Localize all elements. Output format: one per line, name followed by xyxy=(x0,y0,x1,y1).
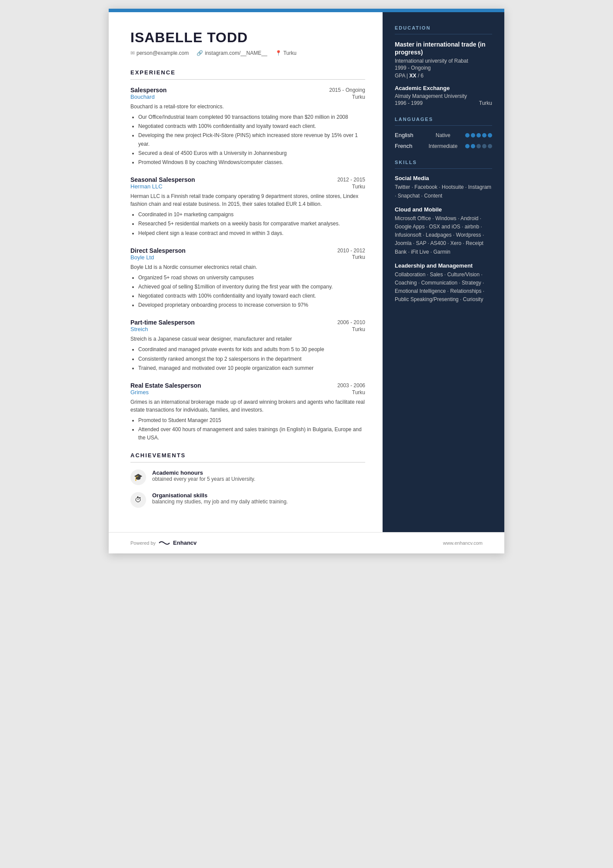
job-company-row-4: Streich Turku xyxy=(130,326,365,332)
skill-category-3: Leadership and Management Collaboration … xyxy=(395,262,492,304)
job-desc-1: Bouchard is a retail-store for electroni… xyxy=(130,103,365,111)
enhancv-logo-icon xyxy=(158,540,170,546)
education-section-title: EDUCATION xyxy=(395,25,492,30)
right-column: EDUCATION Master in international trade … xyxy=(383,12,504,532)
edu-gpa-1: GPA | XX / 6 xyxy=(395,73,492,79)
job-header-2: Seasonal Salesperson 2012 - 2015 xyxy=(130,176,365,183)
skill-cat-title-1: Social Media xyxy=(395,175,492,181)
lang-level-2: Intermediate xyxy=(421,143,465,149)
skill-category-2: Cloud and Mobile Microsoft Office · Wind… xyxy=(395,206,492,256)
job-location-3: Turku xyxy=(352,254,365,260)
skill-tags-2: Microsoft Office · Windows · Android · G… xyxy=(395,214,492,256)
job-header-5: Real Estate Salesperson 2003 - 2006 xyxy=(130,382,365,389)
job-company-4: Streich xyxy=(130,326,148,332)
header-section: ISABELLE TODD ✉ person@example.com 🔗 ins… xyxy=(130,30,365,56)
dot xyxy=(465,133,470,137)
achievement-title-1: Academic honours xyxy=(152,469,255,476)
job-location-4: Turku xyxy=(352,326,365,332)
dot xyxy=(465,144,470,148)
instagram-value: instagram.com/__NAME__ xyxy=(205,50,267,56)
job-block-3: Direct Salesperson 2010 - 2012 Boyle Ltd… xyxy=(130,247,365,310)
job-dates-4: 2006 - 2010 xyxy=(337,319,365,325)
job-bullets-2: Coordinated in 10+ marketing campaigns R… xyxy=(130,211,365,238)
location-contact: 📍 Turku xyxy=(275,50,297,56)
job-dates-3: 2010 - 2012 xyxy=(337,248,365,254)
bullet-item: Researched 5+ residential markets on a w… xyxy=(138,220,365,228)
footer-bar: Powered by Enhancv www.enhancv.com xyxy=(109,532,504,553)
email-contact: ✉ person@example.com xyxy=(130,50,189,56)
bullet-item: Coordinated and managed private events f… xyxy=(138,345,365,354)
dot xyxy=(471,133,475,137)
achievement-content-2: Organisational skills balancing my studi… xyxy=(152,492,288,505)
job-desc-2: Herman LLC is a Finnish retail trade com… xyxy=(130,192,365,208)
job-title-5: Real Estate Salesperson xyxy=(130,382,201,389)
achievement-icon-2: ⏱ xyxy=(130,492,146,508)
bullet-item: Promoted Windows 8 by coaching Windows/c… xyxy=(138,158,365,167)
skills-section-title: SKILLS xyxy=(395,160,492,165)
bullet-item: Developing the new project Pick-IN-Store… xyxy=(138,131,365,148)
job-dates-5: 2003 - 2006 xyxy=(337,382,365,389)
achievement-desc-2: balancing my studies, my job and my dail… xyxy=(152,499,288,505)
bullet-item: Developed proprietary onboarding process… xyxy=(138,301,365,309)
job-desc-4: Streich is a Japanese casual wear design… xyxy=(130,335,365,343)
job-title-2: Seasonal Salesperson xyxy=(130,176,195,183)
job-company-3: Boyle Ltd xyxy=(130,254,154,261)
skill-cat-title-3: Leadership and Management xyxy=(395,262,492,269)
job-title-4: Part-time Salesperson xyxy=(130,319,195,326)
left-column: ISABELLE TODD ✉ person@example.com 🔗 ins… xyxy=(109,12,383,532)
contact-row: ✉ person@example.com 🔗 instagram.com/__N… xyxy=(130,50,365,56)
language-row-2: French Intermediate xyxy=(395,143,492,149)
achievements-divider xyxy=(130,462,365,462)
lang-dots-2 xyxy=(465,144,492,148)
resume-body: ISABELLE TODD ✉ person@example.com 🔗 ins… xyxy=(109,12,504,532)
edu-degree-1: Master in international trade (in progre… xyxy=(395,40,492,56)
job-block-5: Real Estate Salesperson 2003 - 2006 Grim… xyxy=(130,382,365,442)
job-dates-2: 2012 - 2015 xyxy=(337,177,365,183)
website-url: www.enhancv.com xyxy=(443,540,483,546)
bullet-item: Promoted to Student Manager 2015 xyxy=(138,416,365,425)
job-title-1: Salesperson xyxy=(130,87,167,94)
job-dates-1: 2015 - Ongoing xyxy=(329,87,365,93)
bullet-item: Coordinated in 10+ marketing campaigns xyxy=(138,211,365,219)
lang-name-1: English xyxy=(395,132,421,138)
achievements-section-title: ACHIEVEMENTS xyxy=(130,452,365,459)
powered-by: Powered by Enhancv xyxy=(130,540,197,546)
job-company-row-2: Herman LLC Turku xyxy=(130,183,365,190)
resume-wrapper: ISABELLE TODD ✉ person@example.com 🔗 ins… xyxy=(109,9,504,553)
achievement-title-2: Organisational skills xyxy=(152,492,288,499)
job-bullets-4: Coordinated and managed private events f… xyxy=(130,345,365,372)
dot xyxy=(482,133,486,137)
bullet-item: Negotiated contracts with 100% confident… xyxy=(138,292,365,300)
dot xyxy=(476,144,481,148)
job-location-5: Turku xyxy=(352,389,365,395)
dot xyxy=(471,144,475,148)
languages-divider xyxy=(395,125,492,126)
edu-location-2: Turku xyxy=(479,100,492,106)
experience-section-title: EXPERIENCE xyxy=(130,69,365,76)
edu-degree-2: Academic Exchange xyxy=(395,85,492,91)
bullet-item: Trained, managed and motivated over 10 p… xyxy=(138,364,365,372)
job-block-4: Part-time Salesperson 2006 - 2010 Streic… xyxy=(130,319,365,372)
edu-exchange-row: 1996 - 1999 Turku xyxy=(395,100,492,106)
dot xyxy=(482,144,486,148)
email-icon: ✉ xyxy=(130,50,135,56)
bullet-item: Attended over 400 hours of management an… xyxy=(138,426,365,442)
instagram-contact: 🔗 instagram.com/__NAME__ xyxy=(197,50,267,56)
instagram-icon: 🔗 xyxy=(197,50,203,56)
experience-divider xyxy=(130,79,365,80)
job-company-2: Herman LLC xyxy=(130,183,163,190)
bullet-item: Negotiated contracts with 100% confident… xyxy=(138,122,365,131)
bullet-item: Our Office/Industrial team completed 90 … xyxy=(138,113,365,121)
bullet-item: Organized 5+ road shows on university ca… xyxy=(138,274,365,282)
gpa-total: 6 xyxy=(421,73,424,79)
skill-cat-title-2: Cloud and Mobile xyxy=(395,206,492,213)
job-desc-5: Grimes is an international brokerage mad… xyxy=(130,398,365,414)
achievement-desc-1: obtained every year for 5 years at Unive… xyxy=(152,476,255,482)
candidate-name: ISABELLE TODD xyxy=(130,30,365,46)
achievement-content-1: Academic honours obtained every year for… xyxy=(152,469,255,482)
location-value: Turku xyxy=(283,50,297,56)
language-row-1: English Native xyxy=(395,132,492,138)
job-bullets-3: Organized 5+ road shows on university ca… xyxy=(130,274,365,310)
job-company-1: Bouchard xyxy=(130,94,155,100)
job-company-row-3: Boyle Ltd Turku xyxy=(130,254,365,261)
